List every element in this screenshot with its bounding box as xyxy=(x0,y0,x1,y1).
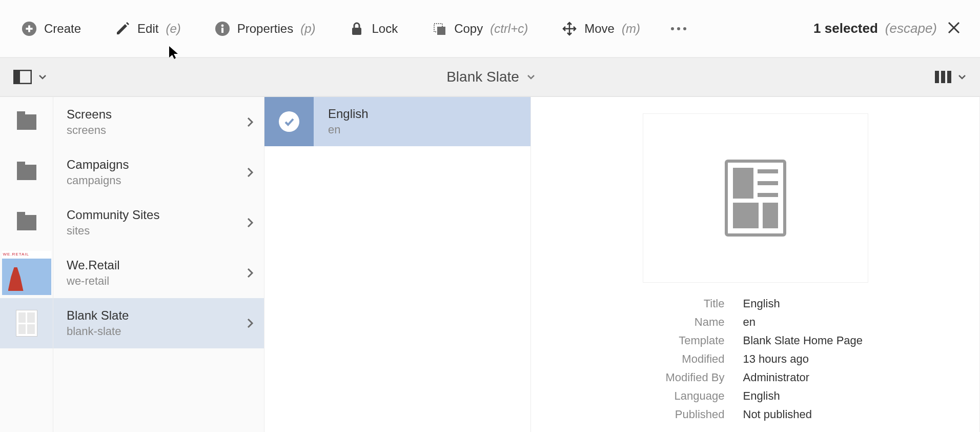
folder-icon xyxy=(17,165,36,180)
move-arrows-icon xyxy=(562,21,577,36)
page-icon xyxy=(16,310,37,337)
svg-rect-8 xyxy=(352,28,361,35)
selection-checkbox[interactable] xyxy=(264,97,314,146)
nav-list-column: Screens screens Campaigns campaigns Comm… xyxy=(53,97,264,432)
chevron-down-icon xyxy=(38,72,47,82)
thumb-we-retail[interactable]: WE.RETAIL xyxy=(0,248,53,298)
nav-item-title: Campaigns xyxy=(67,158,246,172)
meta-label-language: Language xyxy=(643,389,725,403)
edit-label: Edit xyxy=(137,22,158,36)
thumbnail-rail: WE.RETAIL xyxy=(0,97,53,432)
nav-item-title: Screens xyxy=(67,107,246,122)
selection-escape-hint: (escape) xyxy=(885,21,937,36)
chevron-right-icon xyxy=(246,266,255,280)
pencil-icon xyxy=(115,21,130,36)
action-toolbar: Create Edit (e) Properties (p) Lock Copy… xyxy=(0,0,980,57)
svg-rect-19 xyxy=(941,71,945,83)
thumb-blank-slate[interactable] xyxy=(0,298,53,348)
breadcrumb-title: Blank Slate xyxy=(446,69,519,85)
rail-left-icon xyxy=(13,70,32,84)
nav-item-name: we-retail xyxy=(67,274,246,288)
checkmark-circle-icon xyxy=(279,111,299,132)
nav-item-campaigns[interactable]: Campaigns campaigns xyxy=(53,147,264,198)
meta-label-template: Template xyxy=(643,334,725,347)
svg-rect-10 xyxy=(437,27,445,35)
meta-label-modified-by: Modified By xyxy=(643,371,725,384)
meta-value-name: en xyxy=(743,316,868,329)
chevron-down-icon xyxy=(526,72,536,82)
detail-metadata: Title English Name en Template Blank Sla… xyxy=(643,297,868,421)
copy-button[interactable]: Copy (ctrl+c) xyxy=(422,15,537,43)
breadcrumb-bar: Blank Slate xyxy=(0,57,980,96)
edit-shortcut: (e) xyxy=(166,22,180,36)
svg-marker-4 xyxy=(126,22,129,25)
plus-circle-icon xyxy=(22,21,37,36)
folder-icon xyxy=(17,114,36,130)
meta-value-language: English xyxy=(743,389,868,403)
selection-count: 1 selected xyxy=(813,21,878,36)
properties-button[interactable]: Properties (p) xyxy=(206,15,325,43)
create-button[interactable]: Create xyxy=(12,15,90,43)
meta-value-modified: 13 hours ago xyxy=(743,352,868,366)
folder-icon xyxy=(17,215,36,230)
meta-value-modified-by: Administrator xyxy=(743,371,868,384)
we-retail-thumbnail: WE.RETAIL xyxy=(2,251,51,295)
chevron-right-icon xyxy=(246,115,255,129)
meta-value-published: Not published xyxy=(743,408,868,421)
svg-rect-17 xyxy=(14,70,20,84)
detail-thumbnail xyxy=(643,113,868,283)
thumb-community-sites[interactable] xyxy=(0,198,53,248)
nav-item-name: blank-slate xyxy=(67,325,246,338)
child-item-name: en xyxy=(328,123,369,136)
create-label: Create xyxy=(44,22,81,36)
meta-label-modified: Modified xyxy=(643,352,725,366)
column-browser: WE.RETAIL Screens screens Campaigns camp… xyxy=(0,96,980,432)
edit-button[interactable]: Edit (e) xyxy=(106,15,190,43)
column-view-icon xyxy=(935,70,951,84)
page-layout-icon xyxy=(725,160,786,237)
nav-item-title: Blank Slate xyxy=(67,308,246,323)
svg-rect-7 xyxy=(221,28,223,33)
svg-marker-3 xyxy=(117,24,127,34)
nav-item-name: sites xyxy=(67,224,246,238)
rail-toggle-button[interactable] xyxy=(13,70,47,84)
child-list-column: English en xyxy=(264,97,531,432)
thumb-campaigns[interactable] xyxy=(0,147,53,198)
lock-label: Lock xyxy=(372,22,398,36)
nav-item-we-retail[interactable]: We.Retail we-retail xyxy=(53,248,264,298)
nav-item-title: Community Sites xyxy=(67,208,246,222)
deselect-close-button[interactable] xyxy=(946,20,962,37)
chevron-right-icon xyxy=(246,316,255,330)
copy-shortcut: (ctrl+c) xyxy=(490,22,528,36)
properties-shortcut: (p) xyxy=(300,22,315,36)
move-button[interactable]: Move (m) xyxy=(553,15,649,43)
breadcrumb-title-button[interactable]: Blank Slate xyxy=(47,69,935,85)
meta-value-title: English xyxy=(743,297,868,310)
svg-rect-18 xyxy=(935,71,939,83)
child-item-english[interactable]: English en xyxy=(264,97,530,146)
more-actions-button[interactable] xyxy=(665,21,692,36)
meta-label-title: Title xyxy=(643,297,725,310)
copy-label: Copy xyxy=(454,22,483,36)
move-shortcut: (m) xyxy=(622,22,640,36)
nav-item-blank-slate[interactable]: Blank Slate blank-slate xyxy=(53,298,264,348)
nav-item-title: We.Retail xyxy=(67,258,246,272)
nav-item-community-sites[interactable]: Community Sites sites xyxy=(53,198,264,248)
svg-rect-2 xyxy=(28,25,30,32)
meta-label-published: Published xyxy=(643,408,725,421)
lock-icon xyxy=(349,21,364,36)
lock-button[interactable]: Lock xyxy=(340,15,407,43)
chevron-down-icon xyxy=(957,72,967,82)
properties-label: Properties xyxy=(237,22,293,36)
detail-column: Title English Name en Template Blank Sla… xyxy=(531,97,980,432)
view-switcher-button[interactable] xyxy=(935,70,967,84)
nav-item-name: screens xyxy=(67,124,246,137)
meta-value-template: Blank Slate Home Page xyxy=(743,334,868,347)
nav-item-screens[interactable]: Screens screens xyxy=(53,97,264,147)
chevron-right-icon xyxy=(246,215,255,230)
meta-label-name: Name xyxy=(643,316,725,329)
thumb-screens[interactable] xyxy=(0,97,53,147)
info-circle-icon xyxy=(215,21,230,36)
child-item-title: English xyxy=(328,107,369,121)
close-icon xyxy=(946,20,962,35)
